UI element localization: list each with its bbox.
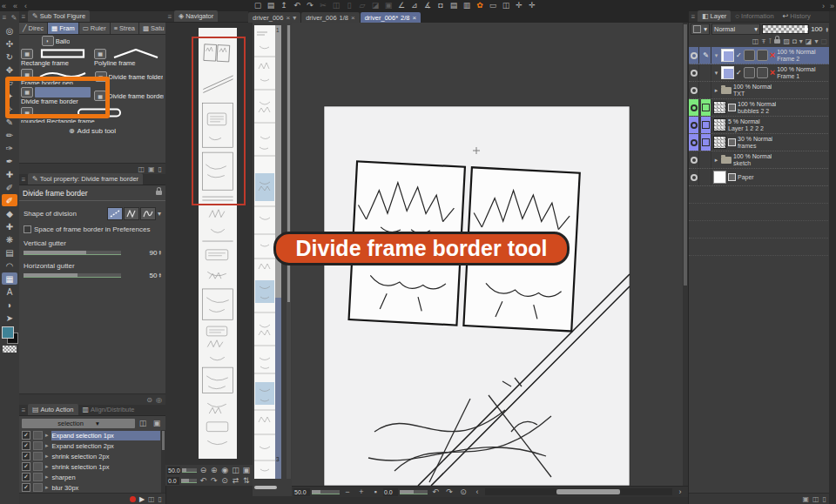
navigator-preview[interactable]: [165, 23, 253, 465]
layer-mask-icon[interactable]: ◪: [806, 37, 812, 45]
airbrush-tool-icon[interactable]: ✐: [2, 194, 17, 206]
visibility-cell[interactable]: [689, 82, 699, 98]
expand-icon[interactable]: ▸: [45, 432, 49, 439]
flip-horizontal-icon[interactable]: ⇄: [231, 475, 239, 486]
redo-icon[interactable]: ↷: [304, 1, 316, 11]
pin-icon[interactable]: ⊺: [768, 37, 772, 45]
document-tab[interactable]: driver_006 × ▾: [248, 12, 300, 23]
page-spread-icon[interactable]: ◫: [500, 1, 512, 11]
copy-icon[interactable]: ◫: [330, 1, 342, 11]
marker-tool-icon[interactable]: ✒: [2, 155, 17, 167]
delete-action-icon[interactable]: ▯: [158, 495, 162, 503]
edit-cell[interactable]: [701, 169, 711, 185]
page-icon[interactable]: ▭: [487, 1, 499, 11]
duplicate-subtool-icon[interactable]: ◫: [138, 165, 145, 173]
auto-action-row[interactable]: ✓ ▸ blur 30px: [19, 482, 165, 493]
panel-menu-icon[interactable]: ≡: [19, 176, 28, 184]
hand-tool-icon[interactable]: ✣: [2, 37, 17, 50]
expand-icon[interactable]: ▸: [45, 463, 49, 470]
expand-icon[interactable]: ▸: [45, 484, 49, 491]
mask-thumb[interactable]: [744, 50, 755, 61]
edit-cell[interactable]: ✎: [701, 47, 711, 64]
eraser-tool-icon[interactable]: ◆: [2, 207, 17, 219]
navigator-viewport-rect[interactable]: [192, 37, 246, 205]
expand-icon[interactable]: ▸: [45, 442, 49, 449]
opacity-value[interactable]: 100: [811, 25, 822, 33]
duplicate-view-icon[interactable]: ◫: [231, 465, 239, 475]
reset-view-icon[interactable]: ⊙: [457, 487, 469, 497]
action-checkbox[interactable]: ✓: [22, 473, 30, 481]
layer-row-bubbles[interactable]: 100 % Normalbubbles 2 2: [689, 99, 830, 117]
layer-row-frames[interactable]: 30 % Normalframes: [689, 134, 830, 151]
blend-tool-icon[interactable]: ❋: [2, 233, 17, 245]
visibility-cell[interactable]: [689, 151, 699, 168]
selection-border-icon[interactable]: ▣: [382, 1, 394, 11]
clip-below-icon[interactable]: ◫: [752, 37, 759, 45]
rotate-left-icon[interactable]: ↶: [199, 475, 207, 486]
subtool-item-polyline-frame[interactable]: ▦ Polyline frame: [92, 47, 165, 68]
visibility-cell[interactable]: [689, 99, 699, 116]
color-swatches[interactable]: [2, 326, 17, 344]
ruler-disabled-icon[interactable]: ×: [770, 50, 775, 60]
new-layer-icon[interactable]: ▣: [802, 495, 809, 503]
pen2-tool-icon[interactable]: ✐: [2, 181, 17, 193]
shape-diagonal-button[interactable]: [107, 207, 123, 220]
shape-zigzag-button[interactable]: [124, 207, 139, 220]
preferences-checkbox[interactable]: [24, 225, 31, 233]
canvas-horizontal-scrollbar[interactable]: [485, 488, 672, 495]
close-tab-icon[interactable]: ×: [286, 14, 290, 22]
shape-dropdown-caret[interactable]: ▾: [158, 210, 161, 218]
text-tool-icon[interactable]: A: [2, 286, 17, 298]
strip-horizontal-scrollbar[interactable]: [254, 486, 277, 489]
fit-screen-icon[interactable]: ◉: [220, 465, 229, 475]
play-action-icon[interactable]: ▶: [139, 495, 145, 503]
expand-icon[interactable]: ▸: [713, 157, 719, 164]
undo-icon[interactable]: ↶: [291, 1, 303, 11]
figure-tool-icon[interactable]: ◠: [2, 259, 17, 272]
frame-border-tool-icon[interactable]: ▦: [2, 272, 17, 285]
save-icon[interactable]: ↥: [278, 1, 290, 11]
auto-action-tab[interactable]: ▤ Auto Action: [28, 404, 78, 415]
zoom-in-icon[interactable]: ⊕: [210, 465, 219, 475]
layer-tab[interactable]: ◧ Layer: [698, 10, 731, 22]
invert-selection-icon[interactable]: ◪: [369, 1, 381, 11]
move-tool-icon[interactable]: ✥: [2, 64, 17, 76]
blend-mode-dropdown[interactable]: Normal ▾: [711, 24, 760, 35]
panel-menu-icon[interactable]: ≡: [165, 13, 174, 21]
center-h-icon[interactable]: ✛: [513, 1, 525, 11]
visibility-cell[interactable]: [689, 117, 699, 133]
delete-subtool-icon[interactable]: ▯: [158, 165, 162, 173]
actual-size-icon[interactable]: ▣: [242, 465, 251, 475]
navigator-rotation-value[interactable]: 0.0: [167, 477, 179, 485]
palette-cell[interactable]: [701, 134, 711, 151]
tab-list-caret-icon[interactable]: ▾: [293, 14, 296, 22]
snap-special-ruler-icon[interactable]: ⊿: [408, 1, 421, 11]
action-set-dropdown[interactable]: selection ▾: [22, 419, 135, 428]
flip-vertical-icon[interactable]: ⇅: [242, 475, 251, 486]
horizontal-gutter-slider[interactable]: [24, 273, 121, 278]
sync-color-icon[interactable]: ✿: [474, 1, 486, 11]
delete-layer-icon[interactable]: ▯: [823, 495, 826, 503]
material-icon[interactable]: ▤: [448, 1, 460, 11]
expand-icon[interactable]: ▸: [713, 87, 719, 94]
zoom-tool-icon[interactable]: ◎: [2, 24, 17, 37]
collapse-left-icon[interactable]: «: [13, 2, 17, 10]
layer-row-txt[interactable]: ▸ 100 % NormalTXT: [689, 82, 830, 99]
gradient-tool-icon[interactable]: ▤: [2, 246, 17, 259]
palette-cell[interactable]: [701, 117, 711, 133]
collapse-left-icon[interactable]: «: [2, 2, 6, 10]
layer-thumb[interactable]: [713, 118, 726, 131]
mask-thumb[interactable]: [744, 67, 755, 78]
add-tool-icon[interactable]: ✚: [2, 168, 17, 180]
operation-tool-icon[interactable]: ➤: [2, 312, 17, 324]
visibility-cell[interactable]: [689, 47, 699, 64]
auto-action-row[interactable]: ✓ ▸ Expand selection 2px: [19, 440, 165, 451]
layer-row-paper[interactable]: Paper: [689, 169, 830, 186]
add-set-icon[interactable]: ▣: [151, 418, 163, 428]
add-sub-tool-button[interactable]: ⊕ Add sub tool: [19, 124, 165, 138]
document-tab-active[interactable]: driver_006* 2/8 ×: [361, 12, 421, 23]
expand-icon[interactable]: ▸: [45, 453, 49, 460]
action-checkbox[interactable]: ✓: [22, 483, 30, 492]
layer-thumb[interactable]: [713, 136, 726, 149]
panel-menu-icon[interactable]: ≡: [689, 13, 698, 21]
